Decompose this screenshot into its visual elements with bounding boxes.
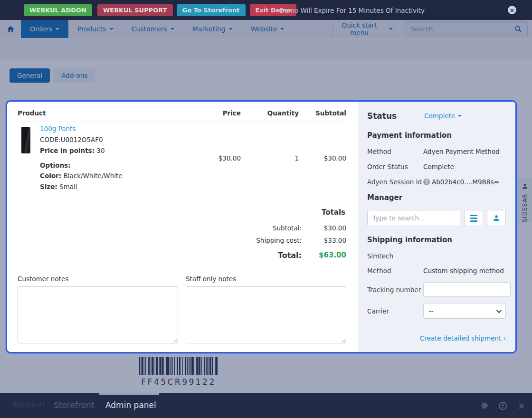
order-status-info-row: Order Status Complete — [367, 163, 506, 171]
product-quantity: 1 — [241, 154, 299, 162]
demo-top-bar: WEBKUL ADDON WEBKUL SUPPORT Go To Storef… — [0, 0, 532, 20]
carrier-row: Carrier -- — [367, 303, 506, 319]
webkul-logo: Webkul — [12, 400, 45, 409]
totals-heading: Totals — [18, 208, 346, 217]
order-status-label: Order Status — [367, 163, 423, 171]
manager-search-row — [367, 210, 506, 226]
points-value: 30 — [96, 147, 104, 154]
help-circle-icon[interactable]: ? — [499, 402, 507, 410]
total-row: Total: $63.00 — [18, 251, 346, 260]
order-totals: Totals Subtotal: $30.00 Shipping cost: $… — [18, 208, 346, 265]
subtotal-value: $30.00 — [302, 224, 346, 232]
hamburger-icon — [470, 215, 477, 222]
shipping-method-value: Custom shipping method — [423, 267, 504, 275]
tracking-number-input[interactable] — [423, 282, 511, 297]
column-header-price: Price — [198, 109, 241, 117]
product-subtotal: $30.00 — [299, 154, 346, 162]
storefront-link[interactable]: Storefront — [54, 400, 94, 410]
shipping-divider — [367, 328, 506, 328]
column-header-subtotal: Subtotal — [299, 109, 346, 117]
close-icon[interactable]: × — [518, 402, 525, 410]
admin-panel-link[interactable]: Admin panel — [105, 400, 156, 410]
manager-heading: Manager — [367, 193, 506, 202]
staff-notes-input[interactable] — [186, 286, 346, 343]
shipping-info-heading: Shipping information — [367, 236, 506, 244]
adyen-session-label: Adyen Session Id — [367, 178, 423, 186]
order-notes: Customer notes Staff only notes — [18, 275, 346, 345]
customer-notes-label: Customer notes — [18, 275, 178, 283]
carrier-selected-value: -- — [429, 307, 434, 315]
create-shipment-label: Create detailed shipment — [420, 334, 501, 342]
product-cell: 100g Pants CODE:U0012O5AF0 Price in poin… — [18, 126, 198, 190]
option-color: Color: Black/White/White — [40, 173, 123, 180]
order-status-value: Complete — [423, 163, 454, 171]
chevron-down-icon — [496, 307, 502, 313]
product-thumbnail[interactable] — [21, 127, 30, 153]
color-value: Black/White/White — [63, 172, 122, 180]
product-name-link[interactable]: 100g Pants — [40, 126, 76, 133]
shipping-method-label: Method — [367, 267, 423, 275]
shipping-cost-label: Shipping cost: — [256, 237, 302, 244]
carrier-select[interactable]: -- — [423, 303, 506, 319]
manager-search-input[interactable] — [367, 210, 460, 226]
options-label: Options: — [40, 162, 123, 169]
color-label: Color: — [40, 172, 61, 180]
total-value: $63.00 — [302, 251, 346, 260]
go-to-storefront-button[interactable]: Go To Storefront — [177, 4, 246, 16]
product-points: Price in points: 30 — [40, 148, 123, 154]
product-price: $30.00 — [198, 154, 241, 162]
admin-order-page: WEBKUL ADDON WEBKUL SUPPORT Go To Storef… — [0, 0, 532, 418]
option-size: Size: Small — [40, 184, 123, 190]
customer-notes-field: Customer notes — [18, 275, 178, 345]
carrier-label: Carrier — [367, 307, 423, 315]
settings-gear-icon[interactable] — [481, 402, 488, 411]
shipping-cost-value: $33.00 — [302, 237, 346, 244]
points-label: Price in points: — [40, 147, 95, 154]
order-products-section: Product Price Quantity Subtotal 100g Pan… — [7, 102, 358, 352]
shipping-method-row: Method Custom shipping method — [367, 267, 506, 275]
products-table-header: Product Price Quantity Subtotal — [18, 109, 346, 122]
product-code: CODE:U0012O5AF0 — [40, 137, 123, 143]
adyen-session-value: Ab02b4c0....M9B8s= — [432, 178, 499, 186]
customer-notes-input[interactable] — [18, 286, 178, 343]
payment-method-row: Method Adyen Payment Method — [367, 148, 506, 155]
order-status-row: Status Complete — [367, 111, 506, 121]
status-value: Complete — [424, 112, 455, 120]
shipping-cost-row: Shipping cost: $33.00 — [18, 237, 346, 244]
close-demo-bar-icon[interactable]: × — [508, 6, 516, 14]
size-label: Size: — [40, 183, 57, 190]
status-dropdown[interactable]: Complete — [424, 112, 462, 120]
manager-list-button[interactable] — [464, 210, 483, 226]
subtotal-label: Subtotal: — [273, 224, 302, 232]
order-sidebar-section: Status Complete Payment information Meth… — [358, 102, 515, 352]
create-shipment-link[interactable]: Create detailed shipment › — [367, 334, 506, 342]
product-info: 100g Pants CODE:U0012O5AF0 Price in poin… — [40, 126, 123, 190]
active-tab-indicator — [99, 393, 159, 395]
webkul-support-button[interactable]: WEBKUL SUPPORT — [97, 4, 173, 16]
total-label: Total: — [278, 251, 302, 260]
staff-notes-field: Staff only notes — [186, 275, 346, 345]
method-value: Adyen Payment Method — [423, 148, 500, 155]
chevron-down-icon — [458, 115, 462, 117]
method-label: Method — [367, 148, 423, 155]
shipping-company: Simtech — [367, 252, 506, 260]
demo-bottom-bar: Webkul Storefront Admin panel ? × — [0, 393, 532, 418]
help-icon[interactable]: ? — [423, 179, 430, 185]
column-header-product: Product — [18, 109, 198, 117]
column-header-quantity: Quantity — [241, 109, 299, 117]
order-details-panel: Product Price Quantity Subtotal 100g Pan… — [6, 100, 517, 353]
payment-info-heading: Payment information — [367, 131, 506, 140]
status-heading: Status — [367, 111, 424, 121]
tracking-number-label: Tracking number — [367, 286, 423, 294]
size-value: Small — [59, 183, 77, 190]
staff-notes-label: Staff only notes — [186, 275, 346, 283]
table-row: 100g Pants CODE:U0012O5AF0 Price in poin… — [18, 122, 346, 190]
demo-expire-message: Demo Will Expire For 15 Minutes Of Inact… — [279, 7, 425, 14]
user-icon — [493, 214, 500, 222]
adyen-session-row: Adyen Session Id ? Ab02b4c0....M9B8s= — [367, 178, 506, 186]
tracking-number-row: Tracking number — [367, 282, 506, 297]
subtotal-row: Subtotal: $30.00 — [18, 224, 346, 232]
manager-user-button[interactable] — [487, 210, 506, 226]
webkul-addon-button[interactable]: WEBKUL ADDON — [24, 4, 92, 16]
